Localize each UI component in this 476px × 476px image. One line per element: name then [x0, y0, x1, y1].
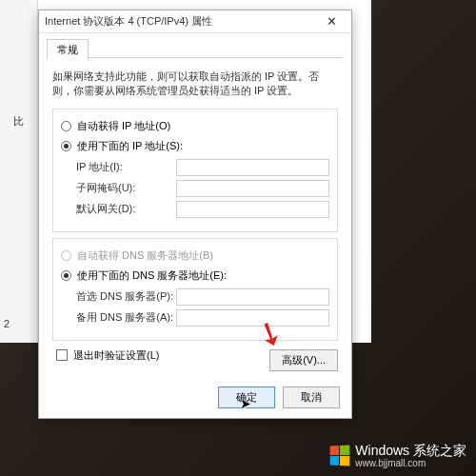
- gateway-input[interactable]: [176, 201, 329, 218]
- radio-ip-auto[interactable]: 自动获得 IP 地址(O): [61, 119, 329, 133]
- ip-group: 自动获得 IP 地址(O) 使用下面的 IP 地址(S): IP 地址(I): …: [52, 109, 338, 232]
- titlebar: Internet 协议版本 4 (TCP/IPv4) 属性 ✕: [39, 10, 351, 33]
- ok-button[interactable]: 确定: [218, 387, 275, 408]
- validate-label: 退出时验证设置(L): [73, 348, 159, 363]
- description-text: 如果网络支持此功能，则可以获取自动指派的 IP 设置。否则，你需要从网络系统管理…: [52, 69, 338, 99]
- dns-alternate-label: 备用 DNS 服务器(A):: [76, 310, 176, 325]
- advanced-button[interactable]: 高级(V)...: [269, 349, 338, 371]
- ipv4-properties-dialog: Internet 协议版本 4 (TCP/IPv4) 属性 ✕ 常规 如果网络支…: [38, 10, 352, 419]
- watermark-sub: 系统之家: [413, 443, 466, 458]
- watermark-brand: Windows: [355, 443, 409, 458]
- radio-ip-auto-label: 自动获得 IP 地址(O): [77, 119, 170, 133]
- radio-dns-manual[interactable]: 使用下面的 DNS 服务器地址(E):: [61, 268, 329, 283]
- tab-general[interactable]: 常规: [47, 39, 89, 60]
- radio-dns-auto-label: 自动获得 DNS 服务器地址(B): [77, 248, 213, 263]
- dns-group: 自动获得 DNS 服务器地址(B) 使用下面的 DNS 服务器地址(E): 首选…: [52, 238, 338, 341]
- dns-alternate-input[interactable]: [176, 309, 329, 327]
- subnet-label: 子网掩码(U):: [76, 181, 176, 195]
- close-icon[interactable]: ✕: [317, 14, 346, 29]
- gateway-label: 默认网关(D):: [76, 202, 176, 216]
- radio-dns-auto: 自动获得 DNS 服务器地址(B): [61, 248, 329, 263]
- subnet-input[interactable]: [176, 180, 329, 197]
- bg-label: 比: [13, 114, 24, 129]
- ip-address-label: IP 地址(I):: [76, 160, 176, 174]
- dns-preferred-input[interactable]: [176, 288, 329, 306]
- radio-ip-manual[interactable]: 使用下面的 IP 地址(S):: [61, 139, 329, 153]
- ip-address-input[interactable]: [176, 159, 329, 176]
- radio-dns-manual-label: 使用下面的 DNS 服务器地址(E):: [77, 268, 227, 283]
- window-title: Internet 协议版本 4 (TCP/IPv4) 属性: [45, 14, 212, 29]
- windows-logo-icon: [330, 446, 350, 466]
- dns-preferred-label: 首选 DNS 服务器(P):: [76, 289, 176, 304]
- watermark: Windows 系统之家 www.bjjmall.com: [329, 443, 466, 468]
- bg-number: 2: [4, 318, 10, 329]
- radio-ip-manual-label: 使用下面的 IP 地址(S):: [77, 139, 183, 153]
- cancel-button[interactable]: 取消: [283, 387, 340, 408]
- checkbox-icon: [56, 349, 68, 361]
